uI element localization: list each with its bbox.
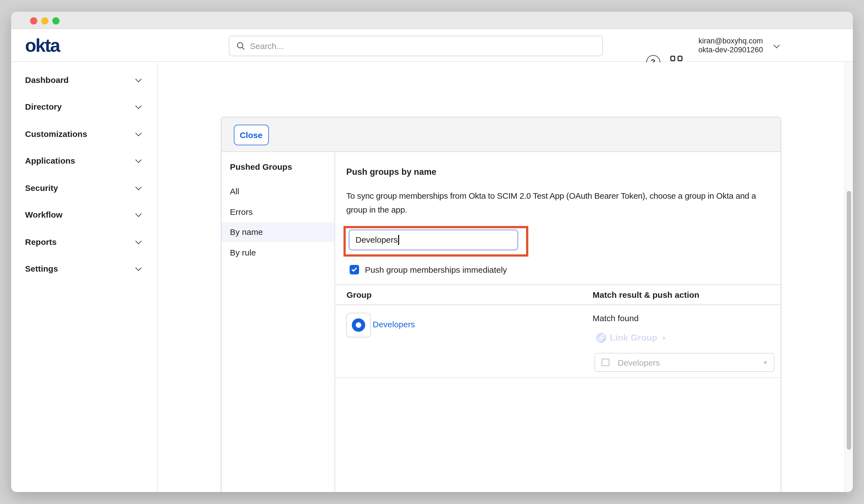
app-group-select[interactable]: Developers ▾: [595, 353, 774, 372]
chevron-down-icon: [135, 130, 141, 135]
panel-description: To sync group memberships from Okta to S…: [346, 189, 770, 217]
sidebar-item-security[interactable]: Security: [11, 174, 157, 201]
push-immediately-row: Push group memberships immediately: [349, 265, 507, 274]
scrollbar-thumb[interactable]: [847, 191, 851, 450]
subnav-item-by-name[interactable]: By name: [221, 222, 335, 242]
push-immediately-label: Push group memberships immediately: [365, 265, 507, 274]
chevron-down-icon: [135, 211, 141, 217]
app-header: okta ? kiran@boxyhq.com okta-dev-2090126…: [11, 29, 853, 62]
sidebar-item-reports[interactable]: Reports: [11, 228, 157, 255]
subnav-item-errors[interactable]: Errors: [221, 202, 335, 222]
vertical-scrollbar: [844, 62, 853, 492]
link-group-button[interactable]: Link Group ▼: [596, 333, 667, 343]
browser-window: okta ? kiran@boxyhq.com okta-dev-2090126…: [11, 12, 853, 492]
group-name-input-value: Developers: [356, 235, 398, 244]
main-content: Dashboard Directory Customizations Appli…: [11, 62, 853, 492]
caret-down-icon: ▾: [764, 359, 767, 366]
window-titlebar: [11, 12, 853, 29]
subnav-item-by-rule[interactable]: By rule: [221, 242, 335, 262]
close-window-button[interactable]: [30, 17, 37, 24]
column-header-match: Match result & push action: [592, 285, 699, 305]
sidebar-nav: Dashboard Directory Customizations Appli…: [11, 62, 157, 492]
push-by-name-panel: Push groups by name To sync group member…: [335, 153, 780, 492]
push-immediately-checkbox[interactable]: [349, 265, 359, 274]
link-group-label: Link Group: [610, 333, 658, 343]
close-button[interactable]: Close: [233, 124, 268, 145]
group-ring-icon: [351, 318, 365, 332]
table-row: Developers Match found Link Group: [335, 305, 780, 377]
chevron-down-icon: [135, 76, 141, 82]
zoom-window-button[interactable]: [52, 17, 60, 24]
column-header-group: Group: [347, 285, 372, 305]
global-search[interactable]: [229, 36, 603, 56]
pushed-groups-subnav: Pushed Groups All Errors By name By rule: [221, 153, 335, 492]
group-placeholder-icon: [601, 358, 609, 367]
sidebar-item-directory[interactable]: Directory: [11, 93, 157, 120]
sidebar-item-customizations[interactable]: Customizations: [11, 120, 157, 147]
account-email: kiran@boxyhq.com: [684, 36, 777, 45]
push-groups-dialog: Close Pushed Groups All Errors By name B…: [221, 117, 781, 492]
dialog-toolbar: Close: [221, 118, 780, 152]
grid-square: [677, 56, 683, 61]
account-menu[interactable]: kiran@boxyhq.com okta-dev-20901260: [684, 36, 777, 54]
caret-down-icon: ▼: [661, 335, 667, 341]
app-group-select-value: Developers: [618, 358, 764, 367]
sidebar-item-settings[interactable]: Settings: [11, 255, 157, 282]
check-icon: [351, 266, 357, 272]
group-name-link[interactable]: Developers: [373, 320, 415, 329]
grid-square: [670, 56, 675, 61]
match-status: Match found: [592, 313, 638, 323]
sidebar-item-dashboard[interactable]: Dashboard: [11, 66, 157, 93]
link-icon: [596, 333, 606, 343]
panel-title: Push groups by name: [346, 167, 436, 177]
sidebar-item-workflow[interactable]: Workflow: [11, 201, 157, 228]
screen: okta ? kiran@boxyhq.com okta-dev-2090126…: [0, 0, 864, 504]
chevron-down-icon: [135, 157, 141, 163]
okta-logo: okta: [25, 35, 60, 56]
group-name-input[interactable]: Developers: [348, 229, 518, 251]
text-cursor: [398, 235, 399, 245]
chevron-down-icon: [135, 265, 141, 271]
subnav-item-all[interactable]: All: [221, 181, 335, 202]
chevron-down-icon: [135, 238, 141, 243]
account-org: okta-dev-20901260: [684, 45, 777, 54]
traffic-lights: [30, 17, 60, 24]
subnav-title: Pushed Groups: [230, 162, 292, 171]
match-table-header: Group Match result & push action: [335, 285, 780, 305]
chevron-down-icon: [135, 184, 141, 190]
sidebar-item-applications[interactable]: Applications: [11, 147, 157, 174]
minimize-window-button[interactable]: [41, 17, 48, 24]
chevron-down-icon: [135, 103, 141, 109]
search-icon: [237, 42, 245, 50]
group-icon: [346, 313, 371, 337]
search-input[interactable]: [250, 41, 602, 51]
